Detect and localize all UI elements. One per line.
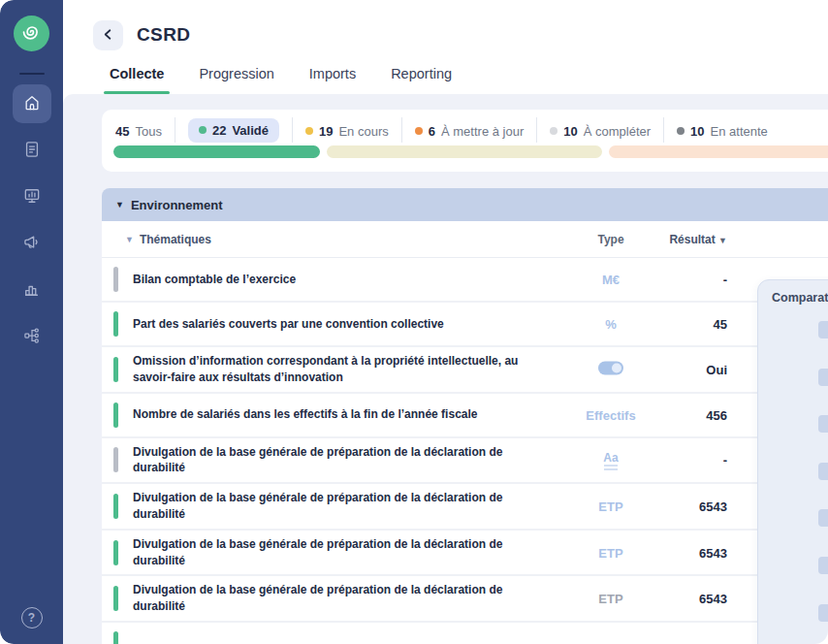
table-row[interactable]: Divulgation de la base générale de prépa… [102, 531, 828, 577]
row-result: 456 [642, 407, 727, 422]
row-status-bar-green [113, 586, 118, 611]
row-status-bar-green [113, 402, 118, 428]
filter-valide[interactable]: 22Validé [188, 118, 279, 143]
table-row[interactable]: Divulgation de la base générale de prépa… [102, 438, 828, 485]
status-filter-card: 45Tous22Validé19En cours6À mettre à jour… [102, 110, 828, 172]
row-status-bar-green [113, 631, 118, 644]
filter-count: 19 [319, 124, 333, 139]
column-header-label: Résultat [669, 233, 715, 246]
progress-segment-a-mettre-a-jour [609, 145, 828, 158]
filter-divider [401, 117, 402, 143]
filter-count: 22 [212, 123, 226, 138]
comparatif-skeleton-block [818, 321, 828, 338]
page-title: CSRD [137, 24, 190, 46]
filter-a-mettre-a-jour[interactable]: 6À mettre à jour [415, 124, 525, 139]
sidebar-item-dashboard[interactable] [13, 177, 51, 216]
filter-count: 10 [690, 124, 704, 139]
sidebar-nav [13, 84, 51, 356]
table-row[interactable]: Bilan comptable de l’exercice M€ - [102, 258, 828, 303]
sort-caret-icon: ▼ [125, 235, 134, 244]
row-label: Bilan comptable de l’exercice [133, 272, 296, 288]
content-area: CSRD CollecteProgressionImportsReporting… [63, 0, 828, 644]
sidebar-item-home[interactable] [13, 84, 51, 123]
status-filter-row: 45Tous22Validé19En cours6À mettre à jour… [102, 110, 828, 141]
collapse-caret-icon: ▼ [115, 200, 124, 209]
sidebar-divider [19, 73, 45, 75]
table-row[interactable]: Divulgation de la base générale de prépa… [102, 484, 828, 531]
app-window: ? CSRD CollecteProgressionImportsReporti… [0, 0, 828, 644]
comparatif-skeleton-block [818, 415, 828, 433]
table-row[interactable]: Part des salariés couverts par une conve… [102, 303, 828, 347]
table-body: Bilan comptable de l’exercice M€ - Part … [102, 258, 828, 644]
filter-count: 10 [563, 124, 577, 139]
app-logo[interactable] [14, 16, 49, 51]
table-header-row: ▼ Thématiques Type Résultat ▼ [102, 221, 828, 258]
hierarchy-icon [22, 326, 42, 348]
row-result: 6543 [642, 592, 727, 606]
filter-en-attente[interactable]: 10En attente [677, 124, 768, 139]
sidebar-item-document[interactable] [13, 131, 51, 170]
row-status-bar-green [113, 357, 118, 382]
back-button[interactable] [93, 20, 123, 50]
filter-count: 45 [115, 124, 129, 139]
sidebar-item-megaphone[interactable] [13, 224, 51, 263]
comparatif-skeleton-block [818, 509, 828, 527]
help-button[interactable]: ? [21, 607, 43, 628]
filter-tous[interactable]: 45Tous [115, 124, 162, 139]
column-header-label: Thématiques [140, 233, 211, 246]
sidebar-item-hierarchy[interactable] [13, 317, 51, 356]
tab-collecte[interactable]: Collecte [110, 66, 164, 94]
filter-label: En cours [338, 124, 388, 139]
filter-label: Validé [232, 123, 269, 138]
tab-progression[interactable]: Progression [199, 66, 273, 94]
row-status-bar-green [113, 540, 118, 565]
filter-label: En attente [711, 124, 768, 139]
sidebar-item-bar-chart[interactable] [13, 271, 51, 309]
swirl-logo-icon [20, 20, 44, 48]
row-status-bar-green [113, 494, 118, 519]
table-row[interactable]: Nombre de salariés dans les effectifs à … [102, 394, 828, 438]
comparatif-skeleton-block [818, 604, 828, 622]
table-row[interactable]: Omission d’information correspondant à l… [102, 347, 828, 394]
tab-imports[interactable]: Imports [309, 66, 356, 94]
bar-chart-icon [22, 279, 42, 302]
megaphone-icon [22, 233, 42, 255]
tab-reporting[interactable]: Reporting [391, 66, 452, 94]
row-status-bar-green [113, 311, 118, 337]
top-bar: CSRD CollecteProgressionImportsReporting [63, 0, 828, 94]
filter-divider [536, 117, 537, 143]
row-label: Nombre de salariés dans les effectifs à … [133, 406, 477, 423]
row-label: Omission d’information correspondant à l… [133, 353, 557, 386]
filter-en-cours[interactable]: 19En cours [305, 124, 389, 139]
status-dot [199, 126, 207, 134]
status-progress-bar [113, 145, 828, 158]
filter-label: Tous [135, 124, 161, 139]
row-result: Oui [642, 362, 727, 376]
row-status-bar-gray [113, 447, 118, 472]
column-header-resultat[interactable]: Résultat ▼ [642, 233, 727, 246]
progress-segment-en-cours [327, 145, 602, 158]
row-result: - [642, 273, 727, 287]
filter-label: À mettre à jour [441, 124, 524, 139]
column-header-thematiques[interactable]: ▼ Thématiques [125, 233, 211, 246]
row-result: 6543 [642, 545, 727, 560]
row-label: Divulgation de la base générale de prépa… [133, 490, 557, 523]
row-label: Divulgation de la base générale de prépa… [133, 582, 557, 615]
tab-bar: CollecteProgressionImportsReporting [110, 66, 452, 94]
filter-count: 6 [429, 124, 435, 139]
filter-a-completer[interactable]: 10À compléter [550, 124, 651, 139]
row-label: Part des salariés couverts par une conve… [133, 316, 444, 333]
section-header-environnement[interactable]: ▼ Environnement [102, 188, 828, 221]
filter-divider [175, 117, 175, 143]
comparatif-skeleton-block [818, 369, 828, 386]
table-row[interactable] [102, 623, 828, 644]
comparatif-skeleton-block [818, 463, 828, 480]
toggle-icon[interactable] [598, 361, 623, 374]
document-icon [22, 140, 42, 162]
row-result: 45 [642, 317, 727, 332]
table-row[interactable]: Divulgation de la base générale de prépa… [102, 576, 828, 623]
comparatif-panel: Comparatif [757, 279, 828, 644]
thematiques-table: ▼ Thématiques Type Résultat ▼ Bilan comp… [102, 221, 828, 644]
status-dot [415, 127, 423, 135]
sort-caret-icon: ▼ [718, 236, 727, 245]
